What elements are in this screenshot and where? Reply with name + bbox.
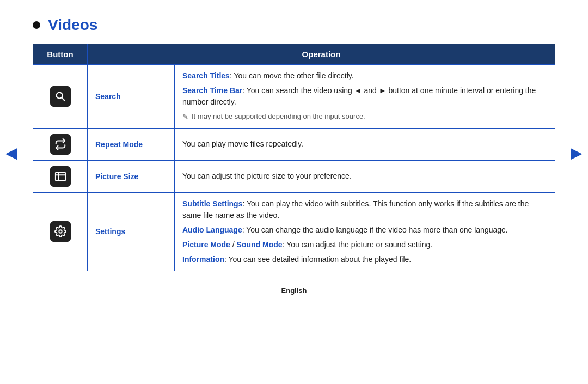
- op-desc-line: You can adjust the picture size to your …: [182, 170, 547, 182]
- button-cell-repeat: [33, 128, 88, 160]
- nav-arrow-right[interactable]: ▶: [571, 144, 583, 162]
- op-desc-line: Search Titles: You can move the other fi…: [182, 70, 547, 82]
- table-row: Repeat ModeYou can play movie files repe…: [33, 128, 555, 160]
- svg-point-5: [59, 230, 62, 233]
- search-icon: [50, 86, 71, 107]
- col-header-operation: Operation: [88, 44, 555, 65]
- col-header-button: Button: [33, 44, 88, 65]
- op-name-repeat: Repeat Mode: [88, 128, 175, 160]
- op-desc-line: Subtitle Settings: You can play the vide…: [182, 198, 547, 221]
- button-cell-settings: [33, 192, 88, 271]
- op-desc-line: Audio Language: You can change the audio…: [182, 224, 547, 236]
- op-name-picture_size: Picture Size: [88, 160, 175, 192]
- page-title-row: Videos: [33, 16, 555, 34]
- op-desc-search: Search Titles: You can move the other fi…: [175, 65, 555, 129]
- op-name-settings: Settings: [88, 192, 175, 271]
- op-desc-line: Picture Mode / Sound Mode: You can adjus…: [182, 239, 547, 251]
- note-icon: ✎: [182, 112, 188, 123]
- settings-icon: [50, 221, 71, 242]
- highlight-label: Information: [182, 255, 224, 264]
- picture_size-icon: [50, 166, 71, 187]
- op-desc-settings: Subtitle Settings: You can play the vide…: [175, 192, 555, 271]
- table-row: Picture SizeYou can adjust the picture s…: [33, 160, 555, 192]
- op-desc-line: Information: You can see detailed inform…: [182, 254, 547, 265]
- highlight-label: Search Titles: [182, 71, 230, 80]
- op-name-label: Settings: [95, 227, 125, 236]
- table-row: SearchSearch Titles: You can move the ot…: [33, 65, 555, 129]
- button-cell-search: [33, 65, 88, 129]
- highlight-label: Search Time Bar: [182, 86, 242, 95]
- table-row: SettingsSubtitle Settings: You can play …: [33, 192, 555, 271]
- op-desc-repeat: You can play movie files repeatedly.: [175, 128, 555, 160]
- main-table: Button Operation SearchSearch Titles: Yo…: [33, 44, 555, 271]
- op-desc-line: ✎It may not be supported depending on th…: [182, 111, 547, 123]
- op-desc-line: Search Time Bar: You can search the vide…: [182, 85, 547, 108]
- note-text: It may not be supported depending on the…: [192, 111, 365, 122]
- op-name-label: Picture Size: [95, 172, 138, 181]
- page-container: ◀ ▶ Videos Button Operation SearchSearch…: [0, 0, 588, 306]
- nav-arrow-left[interactable]: ◀: [5, 144, 17, 162]
- bullet-icon: [33, 21, 40, 29]
- button-cell-picture_size: [33, 160, 88, 192]
- repeat-icon: [50, 134, 71, 155]
- highlight-label: Subtitle Settings: [182, 199, 242, 208]
- highlight-label-2: Sound Mode: [237, 240, 283, 249]
- op-desc-picture_size: You can adjust the picture size to your …: [175, 160, 555, 192]
- op-name-label: Repeat Mode: [95, 140, 143, 149]
- svg-rect-2: [55, 172, 65, 180]
- highlight-label: Picture Mode: [182, 240, 230, 249]
- footer: English: [33, 287, 555, 295]
- highlight-label: Audio Language: [182, 225, 242, 234]
- op-desc-line: You can play movie files repeatedly.: [182, 138, 547, 150]
- svg-line-1: [62, 97, 64, 100]
- op-name-label: Search: [95, 92, 121, 101]
- op-name-search: Search: [88, 65, 175, 129]
- page-title: Videos: [48, 16, 97, 34]
